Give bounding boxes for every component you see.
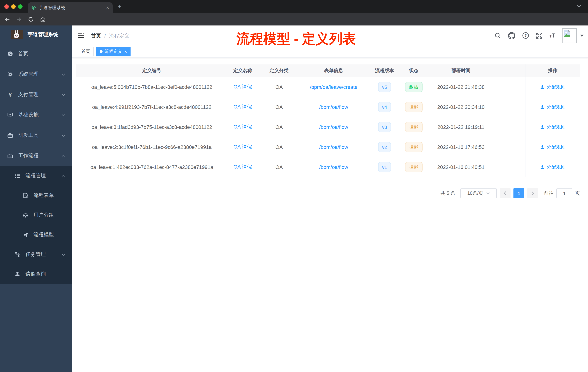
sidebar-item-label: 用户分组: [33, 212, 54, 219]
tab-search-chevron-icon[interactable]: [577, 5, 581, 8]
tab-strip: 芋道管理系统 × +: [0, 0, 588, 13]
reload-icon[interactable]: [28, 16, 34, 22]
person-icon: [540, 105, 545, 109]
definition-category: OA: [258, 77, 300, 97]
sidebar-item-process-form[interactable]: 流程表单: [0, 186, 72, 205]
tag-process-definition[interactable]: 流程定义 ×: [96, 47, 131, 56]
definition-id: oa_leave:1:482ec033-762a-11ec-8477-a2380…: [76, 157, 227, 177]
table-row: oa_leave:2:3c1f0ef1-76b1-11ec-9c66-a2380…: [76, 137, 580, 157]
chevron-up-icon: [62, 154, 65, 157]
deploy-time: 2022-01-22 21:48:38: [425, 77, 496, 97]
assign-rule-button[interactable]: 分配规则: [540, 124, 566, 130]
definition-name-link[interactable]: OA 请假: [233, 164, 252, 170]
tag-close-icon[interactable]: ×: [124, 49, 127, 54]
sidebar-item-task-mgmt[interactable]: 任务管理: [0, 245, 72, 264]
tag-label: 流程定义: [105, 48, 122, 55]
definition-name-link[interactable]: OA 请假: [233, 84, 252, 90]
definition-category: OA: [258, 157, 300, 177]
chevron-down-icon: [62, 93, 65, 96]
avatar-broken-image[interactable]: [562, 28, 577, 43]
form-link[interactable]: /bpm/oa/flow: [319, 164, 348, 170]
column-header-form: 表单信息: [300, 65, 367, 77]
sidebar-item-label: 基础设施: [18, 112, 39, 118]
form-link[interactable]: /bpm/oa/flow: [319, 144, 348, 150]
sidebar-item-system[interactable]: 系统管理: [0, 64, 72, 85]
browser-toolbar: 不安全 dashboard.yudao.iocoder.cn/bpm/manag…: [0, 13, 588, 25]
avatar-dropdown-caret-icon[interactable]: [580, 34, 584, 37]
definition-category: OA: [258, 117, 300, 137]
app-logo-row[interactable]: 芋道管理系统: [0, 25, 72, 44]
gear-icon: [7, 71, 13, 77]
goto-page-input[interactable]: [556, 188, 572, 198]
forward-icon[interactable]: [16, 16, 22, 22]
sidebar-item-home[interactable]: 首页: [0, 44, 72, 64]
sidebar-item-workflow[interactable]: 工作流程: [0, 146, 72, 166]
search-icon[interactable]: [494, 32, 501, 39]
sidebar-item-user-group[interactable]: 用户分组: [0, 205, 72, 225]
definition-id: oa_leave:2:3c1f0ef1-76b1-11ec-9c66-a2380…: [76, 137, 227, 157]
person-icon: [540, 85, 545, 89]
list-icon: [15, 173, 20, 179]
back-icon[interactable]: [4, 16, 10, 22]
sidebar-item-payment[interactable]: ¥ 支付管理: [0, 85, 72, 105]
form-link[interactable]: /bpm/oa/flow: [319, 104, 348, 110]
form-link[interactable]: /bpm/oa/flow: [319, 124, 348, 130]
chevron-right-icon: [531, 191, 534, 196]
table-row: oa_leave:1:482ec033-762a-11ec-8477-a2380…: [76, 157, 580, 177]
monitor-icon: [7, 112, 13, 118]
column-header-filler: [496, 65, 525, 77]
tab-close-icon[interactable]: ×: [106, 5, 109, 10]
assign-rule-button[interactable]: 分配规则: [540, 104, 566, 110]
sidebar-item-process-mgmt[interactable]: 流程管理: [0, 166, 72, 186]
tab-title: 芋道管理系统: [39, 5, 103, 11]
tree-icon: [15, 252, 20, 257]
form-link[interactable]: /bpm/oa/leave/create: [310, 84, 357, 90]
definition-name-link[interactable]: OA 请假: [233, 104, 252, 110]
help-icon[interactable]: ?: [522, 32, 529, 39]
paper-plane-icon: [22, 232, 28, 238]
sidebar-item-process-model[interactable]: 流程模型: [0, 225, 72, 245]
version-tag: v1: [378, 162, 391, 172]
sidebar-item-label: 请假查询: [25, 271, 46, 277]
fullscreen-icon[interactable]: [536, 32, 543, 39]
macos-minimize-button[interactable]: [11, 4, 16, 9]
definition-name-link[interactable]: OA 请假: [233, 124, 252, 130]
assign-rule-button[interactable]: 分配规则: [540, 84, 566, 90]
tag-home[interactable]: 首页: [78, 47, 94, 56]
assign-rule-button[interactable]: 分配规则: [540, 144, 566, 150]
next-page-button[interactable]: [527, 188, 538, 198]
sidebar-item-label: 任务管理: [25, 251, 46, 258]
sidebar-item-label: 系统管理: [18, 71, 39, 77]
sidebar-item-label: 流程管理: [25, 173, 46, 179]
new-tab-button[interactable]: +: [118, 3, 121, 10]
breadcrumb-home[interactable]: 首页: [91, 33, 101, 39]
macos-zoom-button[interactable]: [18, 4, 22, 9]
sidebar-toggle-icon[interactable]: [78, 33, 84, 38]
github-icon[interactable]: [508, 32, 515, 39]
column-header-name: 定义名称: [227, 65, 258, 77]
workflow-submenu: 流程管理 流程表单 用户分组 流程模型: [0, 166, 72, 284]
version-tag: v3: [378, 122, 391, 132]
page-size-select[interactable]: 10条/页: [460, 188, 497, 198]
breadcrumb-separator: /: [104, 33, 106, 39]
definition-name-link[interactable]: OA 请假: [233, 144, 252, 150]
page-number-button[interactable]: 1: [514, 188, 524, 198]
home-icon[interactable]: [40, 16, 46, 22]
column-header-actions: 操作: [525, 65, 580, 77]
browser-window: 芋道管理系统 × + 不安全 dashboard.yudao.iocoder.c…: [0, 0, 588, 372]
status-badge: 挂起: [405, 162, 422, 172]
sidebar-item-dev-tools[interactable]: 研发工具: [0, 125, 72, 146]
app-logo-rabbit-image: [11, 30, 23, 39]
assign-rule-button[interactable]: 分配规则: [540, 164, 566, 170]
sidebar-item-infrastructure[interactable]: 基础设施: [0, 105, 72, 125]
svg-text:?: ?: [525, 33, 527, 37]
user-icon: [15, 271, 20, 277]
browser-tab[interactable]: 芋道管理系统 ×: [28, 2, 113, 13]
sidebar-item-leave-query[interactable]: 请假查询: [0, 264, 72, 284]
chevron-down-icon: [62, 114, 65, 116]
user-avatar-wrap[interactable]: [562, 28, 584, 43]
macos-close-button[interactable]: [4, 4, 9, 9]
prev-page-button[interactable]: [500, 188, 511, 198]
chevron-down-icon: [62, 253, 65, 256]
font-size-icon[interactable]: TT: [549, 32, 555, 39]
